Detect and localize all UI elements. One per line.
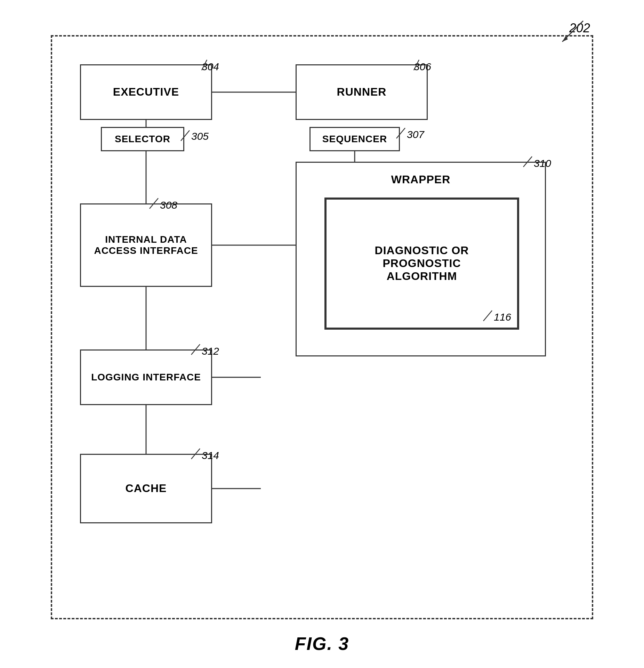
ref-304-tick (188, 58, 209, 72)
cache-label: CACHE (126, 482, 167, 495)
idai-label: INTERNAL DATA ACCESS INTERFACE (94, 234, 198, 256)
svg-line-11 (202, 60, 207, 70)
dpai-label: DIAGNOSTIC OR PROGNOSTIC ALGORITHM (375, 244, 469, 283)
logging-box: LOGGING INTERFACE (80, 349, 212, 405)
svg-line-17 (483, 311, 492, 321)
ref-308-tick (146, 196, 167, 210)
ref-305-tick (177, 129, 198, 143)
svg-line-13 (181, 130, 190, 141)
svg-line-18 (191, 344, 200, 355)
cache-box: CACHE (80, 454, 212, 523)
runner-label: RUNNER (337, 86, 387, 98)
figure-caption: FIG. 3 (295, 633, 349, 654)
sequencer-box: SEQUENCER (309, 127, 400, 151)
ref-314-tick (188, 447, 209, 461)
logging-label: LOGGING INTERFACE (91, 372, 201, 383)
ref-307-tick (393, 126, 414, 140)
ref-310-tick (520, 155, 541, 169)
svg-line-14 (396, 128, 405, 138)
svg-line-12 (414, 60, 419, 70)
selector-label: SELECTOR (115, 134, 170, 145)
outer-diagram-box: EXECUTIVE 304 RUNNER 306 SELECTOR 305 (51, 35, 593, 619)
page-container: 202 (0, 0, 644, 668)
ref-116-tick (480, 309, 501, 323)
wrapper-box: WRAPPER DIAGNOSTIC OR PROGNOSTIC ALGORIT… (296, 162, 546, 356)
selector-box: SELECTOR (101, 127, 184, 151)
idai-box: INTERNAL DATA ACCESS INTERFACE (80, 203, 212, 287)
sequencer-label: SEQUENCER (322, 134, 387, 145)
ref-312-tick (188, 343, 209, 356)
svg-line-19 (191, 449, 200, 459)
executive-box: EXECUTIVE (80, 64, 212, 120)
diagram-area: EXECUTIVE 304 RUNNER 306 SELECTOR 305 (52, 37, 592, 618)
ref-306-tick (400, 58, 421, 72)
executive-label: EXECUTIVE (113, 86, 179, 98)
svg-line-15 (150, 198, 158, 209)
runner-box: RUNNER (296, 64, 428, 120)
svg-line-16 (523, 156, 532, 167)
wrapper-label: WRAPPER (297, 173, 545, 186)
